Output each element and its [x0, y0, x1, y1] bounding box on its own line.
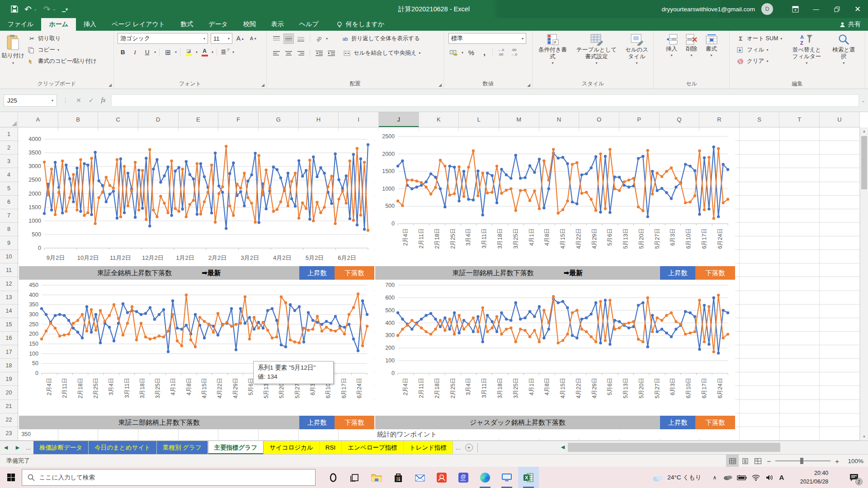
column-header-S[interactable]: S [740, 112, 780, 127]
customize-qat-icon[interactable]: ▁▾ [62, 7, 68, 12]
tray-ime-indicator[interactable]: A [776, 467, 788, 488]
column-header-G[interactable]: G [259, 112, 299, 127]
formula-input[interactable] [111, 94, 859, 107]
vertical-scrollbar[interactable]: ▲ ▼ [860, 127, 868, 441]
row-header-6[interactable]: 6 [0, 196, 18, 209]
taskbar-excel-icon[interactable]: X [518, 467, 539, 488]
undo-dropdown-icon[interactable]: ⌄ [34, 7, 37, 11]
horizontal-scrollbar-thumb[interactable] [568, 443, 780, 452]
currency-dropdown-icon[interactable]: ▾ [462, 51, 463, 55]
menu-tab-6[interactable]: 校閲 [236, 18, 264, 31]
phonetic-dropdown-icon[interactable]: ▾ [232, 50, 234, 54]
column-header-U[interactable]: U [820, 112, 860, 127]
row-header-4[interactable]: 4 [0, 168, 18, 182]
fill-button[interactable]: フィル▾ [735, 44, 784, 56]
row-header-16[interactable]: 16 [0, 332, 18, 345]
row-header-10[interactable]: 10 [0, 250, 18, 263]
menu-tab-5[interactable]: データ [201, 18, 236, 31]
font-color-dropdown-icon[interactable]: ▾ [212, 50, 213, 54]
orientation-dropdown-icon[interactable]: ▾ [326, 37, 328, 41]
align-middle-button[interactable] [283, 33, 294, 44]
grow-font-button[interactable]: A▲ [235, 33, 245, 44]
page-break-view-button[interactable] [751, 455, 764, 467]
restore-button[interactable] [826, 0, 847, 18]
underline-dropdown-icon[interactable]: ▾ [154, 50, 156, 54]
row-header-22[interactable]: 22 [0, 413, 18, 427]
orientation-button[interactable]: ab [314, 33, 324, 44]
taskbar-search-box[interactable]: ここに入力して検索 [22, 469, 316, 486]
row-header-23[interactable]: 23 [0, 427, 18, 441]
phonetic-button[interactable]: 亜ア [220, 47, 231, 57]
page-layout-view-button[interactable] [739, 455, 751, 467]
taskbar-weather[interactable]: 24°C くもり [647, 467, 706, 488]
vertical-scrollbar-thumb[interactable] [861, 136, 867, 189]
row-header-7[interactable]: 7 [0, 209, 18, 223]
account-avatar[interactable]: D [761, 3, 773, 15]
decrease-decimal-button[interactable]: .00→.0 [509, 47, 519, 58]
column-header-J[interactable]: J [379, 112, 419, 127]
taskbar-file-explorer-icon[interactable] [366, 467, 387, 488]
column-header-I[interactable]: I [339, 112, 379, 127]
column-header-N[interactable]: N [539, 112, 580, 127]
share-button[interactable]: 共有 [840, 18, 861, 31]
column-header-M[interactable]: M [499, 112, 539, 127]
menu-tab-4[interactable]: 数式 [173, 18, 201, 31]
format-painter-button[interactable]: 書式のコピー/貼り付け [26, 56, 99, 67]
menu-tab-2[interactable]: 挿入 [76, 18, 104, 31]
sheet-tab-今日のまとめサイト[interactable]: 今日のまとめサイト [89, 441, 157, 454]
row-header-8[interactable]: 8 [0, 223, 18, 236]
chart-tse-first-advance-decline[interactable]: 050010001500200025002月4日2月11日2月18日2月25日3… [375, 131, 735, 266]
taskbar-display-app-icon[interactable] [496, 467, 517, 488]
menu-tab-3[interactable]: ページ レイアウト [104, 18, 173, 31]
undo-button[interactable]: ↶ [24, 4, 32, 14]
zoom-slider-thumb[interactable] [800, 458, 803, 464]
row-header-17[interactable]: 17 [0, 345, 18, 359]
number-dialog-launcher-icon[interactable]: ◢ [527, 83, 530, 87]
align-center-button[interactable] [283, 48, 294, 58]
enter-icon[interactable]: ✓ [89, 97, 94, 104]
clear-button[interactable]: クリア▾ [735, 56, 784, 67]
row-header-19[interactable]: 19 [0, 372, 18, 386]
name-box[interactable]: J25▾ [4, 94, 57, 107]
shrink-font-button[interactable]: A▼ [248, 33, 259, 44]
currency-format-button[interactable] [448, 47, 459, 58]
align-bottom-button[interactable] [296, 33, 306, 44]
scroll-down-icon[interactable]: ▼ [860, 433, 868, 441]
column-header-H[interactable]: H [299, 112, 339, 127]
taskbar-orange-app-icon[interactable] [431, 467, 452, 488]
chart-tse-second-advance-decline[interactable]: 0501001502002503003504004502月4日2月11日2月18… [19, 280, 374, 416]
tray-battery-icon[interactable] [735, 467, 749, 488]
alignment-dialog-launcher-icon[interactable]: ◢ [439, 83, 442, 87]
scroll-up-icon[interactable]: ▲ [860, 127, 868, 135]
row-header-13[interactable]: 13 [0, 291, 18, 305]
select-all-corner[interactable] [0, 112, 18, 127]
tray-wifi-icon[interactable] [750, 467, 762, 488]
merge-center-button[interactable]: セルを結合して中央揃え▾ [342, 47, 422, 59]
sheet-tab-トレンド指標[interactable]: トレンド指標 [404, 441, 453, 454]
sheet-tab-業種別 グラフ[interactable]: 業種別 グラフ [157, 441, 208, 454]
row-header-12[interactable]: 12 [0, 277, 18, 291]
bold-button[interactable]: B [118, 47, 128, 57]
column-header-R[interactable]: R [699, 112, 740, 127]
column-header-A[interactable]: A [18, 112, 58, 127]
row-header-5[interactable]: 5 [0, 182, 18, 196]
percent-style-button[interactable]: % [466, 47, 476, 58]
taskbar-edge-icon[interactable] [475, 467, 495, 488]
paste-button[interactable]: 貼り付け ▾ [0, 33, 26, 67]
italic-button[interactable]: I [130, 47, 140, 57]
close-button[interactable]: ✕ [847, 0, 868, 18]
zoom-level[interactable]: 100% [844, 458, 863, 465]
increase-indent-button[interactable] [326, 48, 336, 58]
tray-onedrive-icon[interactable] [722, 467, 734, 488]
column-header-Q[interactable]: Q [660, 112, 700, 127]
wrap-text-button[interactable]: ab 折り返して全体を表示する [340, 33, 422, 44]
tell-me-box[interactable]: 何をしますか [336, 18, 385, 31]
fill-color-dropdown-icon[interactable]: ▾ [196, 50, 198, 54]
comma-style-button[interactable]: , [479, 47, 490, 58]
decrease-indent-button[interactable] [314, 48, 324, 58]
column-header-E[interactable]: E [179, 112, 219, 127]
column-header-F[interactable]: F [218, 112, 259, 127]
chart-tse-all-advance-decline[interactable]: 050010001500200025003000350040009月2日10月2… [19, 131, 374, 266]
insert-function-icon[interactable]: fx [101, 97, 105, 104]
row-header-1[interactable]: 1 [0, 127, 18, 141]
